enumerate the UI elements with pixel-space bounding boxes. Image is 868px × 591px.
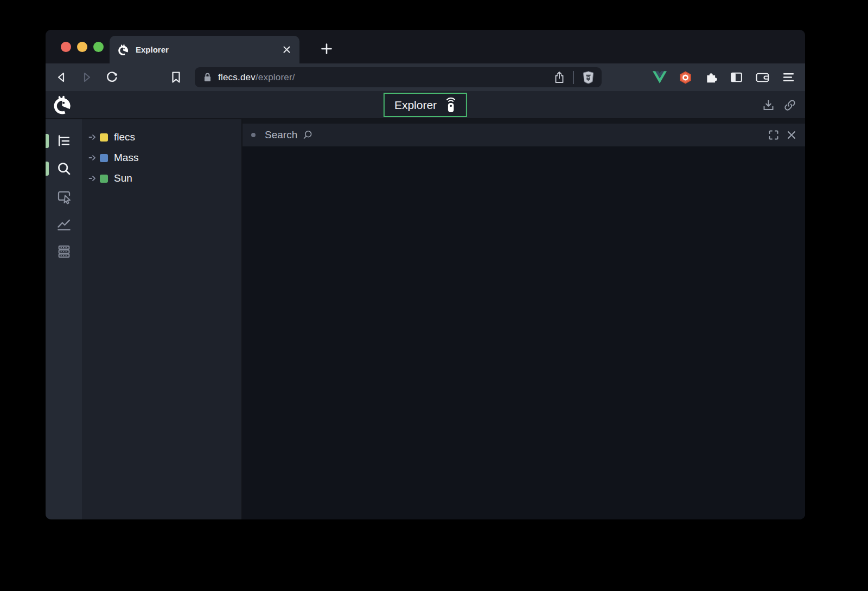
entity-tree-panel: flecs Mass Sun xyxy=(82,119,241,519)
flecs-favicon-icon xyxy=(117,44,129,56)
tree-row[interactable]: flecs xyxy=(82,127,241,147)
flecs-logo[interactable] xyxy=(52,95,72,115)
search-view-icon[interactable] xyxy=(56,160,72,177)
menu-icon[interactable] xyxy=(782,71,795,83)
share-icon[interactable] xyxy=(553,71,565,84)
vue-devtools-extension-icon[interactable] xyxy=(653,71,667,83)
titlebar: Explorer xyxy=(46,30,805,63)
tab-close-icon[interactable] xyxy=(283,46,291,54)
tree-item-label[interactable]: Sun xyxy=(114,172,132,184)
new-tab-button[interactable] xyxy=(320,42,333,55)
reload-icon[interactable] xyxy=(105,71,118,84)
link-icon[interactable] xyxy=(783,99,796,112)
entity-color-swatch xyxy=(100,175,108,183)
wallet-icon[interactable] xyxy=(755,70,770,84)
expander-arrow-icon[interactable] xyxy=(88,174,97,183)
urlbar-divider xyxy=(573,71,574,84)
search-panel-header: Search xyxy=(242,124,805,146)
inspect-view-icon[interactable] xyxy=(56,188,72,204)
hexagon-extension-icon[interactable] xyxy=(679,70,692,85)
tab-title: Explorer xyxy=(136,45,169,54)
app-title-box[interactable]: Explorer xyxy=(384,93,467,117)
chart-view-icon[interactable] xyxy=(56,216,72,232)
extensions-group xyxy=(653,70,795,85)
fullscreen-icon[interactable] xyxy=(768,130,779,140)
sidebar-toggle-icon[interactable] xyxy=(730,70,743,84)
minimize-window-button[interactable] xyxy=(77,42,87,52)
panel-gap xyxy=(242,119,805,124)
app-body: flecs Mass Sun xyxy=(46,119,805,519)
forward-icon[interactable] xyxy=(80,71,93,83)
entity-color-swatch xyxy=(100,154,108,162)
status-dot xyxy=(251,133,256,137)
app-title: Explorer xyxy=(394,99,437,112)
tree-row[interactable]: Sun xyxy=(82,168,241,189)
close-window-button[interactable] xyxy=(61,42,71,52)
url-domain: flecs.dev xyxy=(218,72,256,82)
lock-icon xyxy=(203,73,212,82)
url-path: /explorer/ xyxy=(256,72,295,82)
search-icon xyxy=(302,130,313,140)
table-view-icon[interactable] xyxy=(56,243,72,260)
view-sidebar xyxy=(46,119,82,519)
url-text: flecs.dev/explorer/ xyxy=(218,72,295,83)
back-icon[interactable] xyxy=(55,71,68,83)
search-panel-title: Search xyxy=(265,129,297,141)
active-indicator xyxy=(46,162,49,176)
tree-item-label[interactable]: Mass xyxy=(114,152,138,164)
tree-row[interactable]: Mass xyxy=(82,147,241,168)
browser-window: Explorer xyxy=(46,30,805,519)
search-results-area[interactable] xyxy=(242,146,805,519)
browser-tab[interactable]: Explorer xyxy=(110,36,299,63)
search-panel: Search xyxy=(241,119,805,519)
address-bar[interactable]: flecs.dev/explorer/ xyxy=(195,67,602,87)
expander-arrow-icon[interactable] xyxy=(88,133,97,142)
extensions-puzzle-icon[interactable] xyxy=(704,70,718,84)
bookmark-icon[interactable] xyxy=(170,71,182,83)
tree-view-icon[interactable] xyxy=(56,133,72,149)
tree-item-label[interactable]: flecs xyxy=(114,131,135,143)
brave-shield-icon[interactable] xyxy=(582,70,595,85)
browser-toolbar: flecs.dev/explorer/ xyxy=(46,63,805,91)
app-header: Explorer xyxy=(46,91,805,119)
app-header-actions xyxy=(762,99,796,112)
entity-color-swatch xyxy=(100,133,108,142)
close-panel-icon[interactable] xyxy=(787,130,796,140)
download-icon[interactable] xyxy=(762,99,775,112)
remote-connection-icon xyxy=(444,97,458,113)
active-indicator xyxy=(46,134,49,148)
expander-arrow-icon[interactable] xyxy=(88,153,97,162)
traffic-lights xyxy=(61,42,104,52)
zoom-window-button[interactable] xyxy=(93,42,104,52)
